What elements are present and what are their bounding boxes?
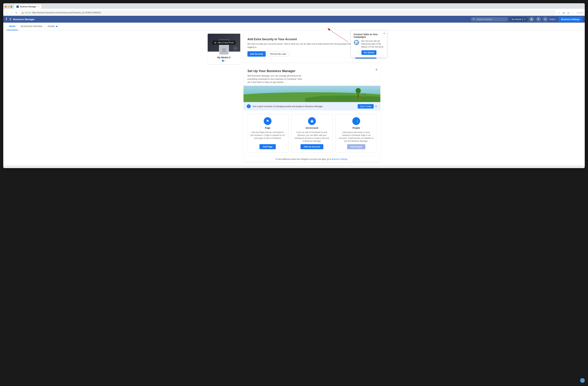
people-icon: 👥	[222, 59, 224, 62]
info-icon: i	[247, 104, 251, 108]
security-description: We want to keep your account secure. Her…	[247, 42, 352, 49]
chevron-down-icon-2: ⌄	[375, 80, 377, 82]
reload-button[interactable]: ↻	[15, 11, 18, 15]
ad-account-item-title: Ad Account	[306, 127, 318, 129]
setup-footer: To add additional assets like Instagram …	[244, 156, 380, 162]
facebook-appbar: f ☰ Business Manager 🔍 My Market Z ▾ 🔔 ⚑…	[3, 16, 585, 23]
close-dot[interactable]	[5, 6, 7, 8]
footer-text: To add additional assets like Instagram …	[275, 158, 332, 160]
popup-title: Connect Sales to Your Campaigns	[354, 33, 384, 38]
setup-illustration	[244, 86, 380, 102]
open-guide-button[interactable]: Open Guide	[358, 104, 374, 109]
help-chevron-icon: ▾	[554, 18, 556, 20]
profile-avatar: ⊡	[219, 45, 229, 55]
ad-account-icon: ▣	[308, 117, 316, 125]
main-tabs: Home Ad Account Overview Activity	[3, 23, 585, 30]
profile-members: 👥 1	[210, 59, 238, 62]
security-title: Add Extra Security to Your Account	[247, 38, 352, 41]
profile-icon[interactable]: ⊡	[567, 11, 570, 15]
search-input[interactable]	[477, 18, 506, 20]
address-url: https://business.facebook.com/home/accou…	[32, 12, 101, 14]
add-page-button[interactable]: Add Page	[259, 144, 276, 149]
extensions-icon[interactable]: ⊞	[562, 11, 566, 15]
ad-account-item-desc: If you run ads on Facebook for your busi…	[294, 131, 330, 143]
account-button[interactable]: My Market Z ▾	[509, 17, 527, 21]
security-actions: Add Security Remind Me Later	[247, 51, 352, 57]
business-settings-button[interactable]: Business Settings	[559, 17, 582, 22]
chevron-down-icon-1: ⌄	[371, 80, 373, 82]
setup-card: Set Up Your Business Manager With Busine…	[244, 65, 380, 162]
browser-nav: ‹ › ↻ 🔒 Secure https://business.facebook…	[3, 10, 585, 16]
member-count: 1	[225, 59, 226, 62]
maximize-dot[interactable]	[10, 6, 12, 8]
activity-badge	[56, 26, 57, 27]
tab-title: Business Manager	[20, 5, 36, 8]
people-item-title: People	[353, 127, 360, 129]
add-cover-photo-button[interactable]: 📷 Add a Cover Photo	[212, 41, 235, 45]
security-text: Add Extra Security to Your Account We wa…	[247, 38, 352, 57]
app-title: Business Manager	[13, 18, 35, 21]
cover-photo-area: 📷 Add a Cover Photo ⊡	[208, 34, 240, 52]
tab-ad-account-overview[interactable]: Ad Account Overview	[18, 23, 45, 30]
add-ad-account-button[interactable]: Add Ad Account	[300, 144, 323, 149]
flag-icon[interactable]: ⚑	[536, 17, 541, 22]
people-item-desc: Add anyone who works on your business's …	[338, 131, 374, 143]
browser-tab[interactable]: Business Manager ✕	[14, 4, 41, 9]
add-people-button[interactable]: Add People	[347, 144, 365, 149]
setup-description: With Business Manager, you can manage pe…	[247, 74, 303, 84]
remind-later-button[interactable]: Remind Me Later	[267, 51, 289, 57]
secure-icon: 🔒	[22, 12, 24, 14]
tree-1	[356, 87, 361, 97]
star-icon[interactable]: ☆	[557, 11, 561, 15]
minimize-dot[interactable]	[8, 6, 9, 8]
popup-card: Connect Sales to Your Campaigns ✕ 📊 See …	[351, 30, 387, 58]
footer-end: .	[348, 158, 348, 160]
svg-text:📊: 📊	[355, 41, 358, 44]
browser-user: Anzelika	[576, 12, 583, 14]
business-settings-link[interactable]: Business Settings	[332, 158, 347, 160]
camera-icon: 📷	[214, 41, 216, 44]
people-item-icon: 👥	[352, 117, 360, 125]
guide-actions: Open Guide ✕	[358, 104, 377, 109]
address-bar[interactable]: 🔒 Secure https://business.facebook.com/h…	[20, 11, 556, 15]
hill-2	[305, 96, 380, 102]
settings-icon[interactable]: ⚙	[543, 17, 548, 22]
help-button[interactable]: Help ▾	[549, 18, 556, 20]
page-content: 📷 Add a Cover Photo ⊡ My Market Z 👥 1	[204, 30, 384, 166]
menu-icon[interactable]: ⋮	[571, 11, 575, 15]
tab-activity[interactable]: Activity	[45, 23, 60, 30]
facebook-logo: f	[6, 18, 7, 21]
add-security-button[interactable]: Add Security	[247, 51, 266, 57]
tab-favicon	[17, 5, 19, 8]
setup-item-page: ⚑ Page Add any Pages that are connected …	[247, 114, 289, 153]
profile-icon: ⊡	[222, 48, 226, 53]
setup-item-ad-account: ▣ Ad Account If you run ads on Facebook …	[291, 114, 333, 153]
secure-label: Secure	[25, 12, 31, 14]
profile-name: My Market Z	[210, 56, 238, 59]
page-icon: ⚑	[264, 117, 272, 125]
back-button[interactable]: ‹	[5, 11, 8, 15]
guide-text: Get a quick overview of managing assets …	[253, 105, 356, 108]
page-item-title: Page	[265, 127, 270, 129]
popup-close-button[interactable]: ✕	[383, 32, 385, 35]
account-chevron-icon: ▾	[524, 18, 525, 20]
setup-close-button[interactable]: ✕	[375, 68, 378, 71]
tree-2	[363, 92, 366, 98]
popup-icon: 📊	[354, 39, 359, 45]
page-item-desc: Add any Pages that are connected to your…	[250, 131, 286, 143]
setup-item-people: 👥 People Add anyone who works on your bu…	[335, 114, 377, 153]
search-box[interactable]: 🔍	[471, 17, 508, 21]
left-panel: 📷 Add a Cover Photo ⊡ My Market Z 👥 1	[208, 34, 240, 162]
tab-home[interactable]: Home	[6, 23, 18, 30]
notifications-icon[interactable]: 🔔	[529, 17, 534, 22]
get-started-button[interactable]: Get Started	[361, 50, 377, 55]
add-cover-label: Add a Cover Photo	[217, 41, 234, 44]
guide-close-button[interactable]: ✕	[375, 105, 377, 108]
hamburger-icon[interactable]: ☰	[9, 18, 12, 21]
forward-button[interactable]: ›	[10, 11, 13, 15]
setup-items: ⚑ Page Add any Pages that are connected …	[244, 111, 380, 156]
tab-close-button[interactable]: ✕	[38, 6, 39, 8]
account-name: My Market Z	[511, 18, 523, 20]
guide-bar: i Get a quick overview of managing asset…	[244, 102, 380, 111]
setup-header: Set Up Your Business Manager With Busine…	[244, 65, 380, 84]
